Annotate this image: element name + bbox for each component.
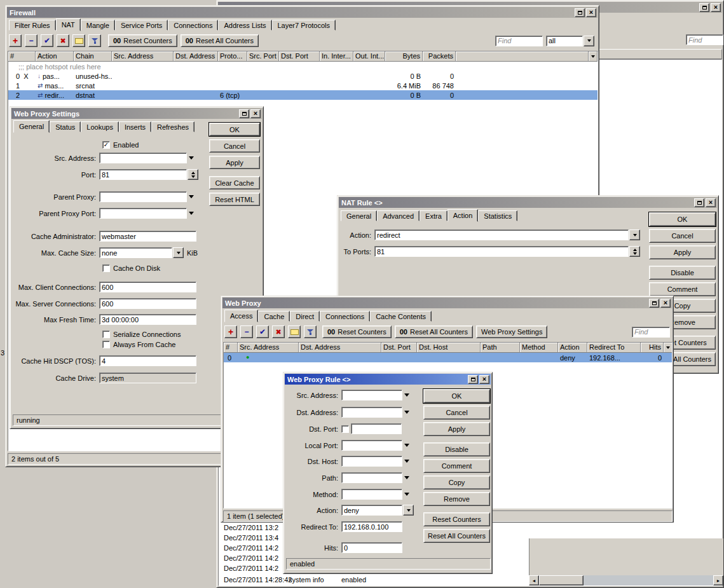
- nat-rule-row[interactable]: 1 ⇄mas... srcnat 6.4 MiB 86 748: [8, 81, 598, 90]
- dst-address-input[interactable]: [341, 407, 402, 418]
- enabled-checkbox[interactable]: ✓: [102, 141, 110, 149]
- dropdown-arrow-icon[interactable]: [189, 212, 194, 215]
- close-button[interactable]: ×: [250, 109, 261, 118]
- dst-port-checkbox[interactable]: [341, 425, 349, 433]
- src-address-input[interactable]: [99, 153, 187, 163]
- find-input[interactable]: [632, 327, 670, 338]
- web-proxy-titlebar[interactable]: Web Proxy ×: [222, 297, 672, 308]
- firewall-titlebar[interactable]: Firewall ×: [7, 7, 598, 18]
- web-proxy-settings-button[interactable]: Web Proxy Settings: [476, 325, 547, 338]
- close-button[interactable]: ×: [586, 8, 596, 17]
- find-input[interactable]: [495, 36, 543, 46]
- comment-button[interactable]: [72, 34, 85, 47]
- tab-service-ports[interactable]: Service Ports: [115, 20, 168, 31]
- dropdown-arrow-icon[interactable]: [404, 411, 409, 414]
- close-button[interactable]: ×: [660, 299, 671, 308]
- dst-host-input[interactable]: [341, 456, 402, 467]
- scrollbar-thumb[interactable]: [539, 575, 584, 585]
- max-client-connections-input[interactable]: 600: [99, 282, 196, 292]
- copy-button[interactable]: Copy: [423, 475, 490, 489]
- action-dropdown-button[interactable]: [403, 505, 414, 516]
- disable-button[interactable]: ✖: [57, 34, 69, 47]
- tab-connections[interactable]: Connections: [320, 311, 370, 322]
- restore-button[interactable]: [239, 109, 249, 118]
- tab-action[interactable]: Action: [447, 209, 479, 222]
- remove-button[interactable]: Remove: [423, 492, 490, 506]
- reset-html-button[interactable]: Reset HTML: [209, 193, 260, 206]
- cache-administrator-input[interactable]: webmaster: [99, 231, 196, 242]
- src-address-input[interactable]: [341, 390, 402, 400]
- dropdown-arrow-icon[interactable]: [189, 156, 194, 160]
- tab-filter-rules[interactable]: Filter Rules: [9, 20, 56, 31]
- tab-lookups[interactable]: Lookups: [81, 121, 119, 132]
- dropdown-arrow-icon[interactable]: [404, 460, 409, 463]
- redirect-to-input[interactable]: 192.168.0.100: [341, 521, 402, 532]
- close-button[interactable]: ×: [479, 375, 489, 384]
- dropdown-arrow-icon[interactable]: [404, 493, 409, 496]
- web-proxy-rule-titlebar[interactable]: Web Proxy Rule <> ×: [285, 374, 491, 385]
- ok-button[interactable]: OK: [649, 212, 716, 226]
- tab-status[interactable]: Status: [50, 121, 81, 132]
- remove-button[interactable]: −: [25, 34, 38, 47]
- action-select[interactable]: deny: [341, 505, 402, 516]
- nat-rule-titlebar[interactable]: NAT Rule <> ×: [339, 197, 717, 208]
- tab-connections[interactable]: Connections: [168, 20, 218, 31]
- tab-refreshes[interactable]: Refreshes: [151, 121, 195, 132]
- add-button[interactable]: +: [9, 34, 22, 47]
- dropdown-arrow-icon[interactable]: [404, 444, 409, 447]
- tab-nat[interactable]: NAT: [56, 18, 81, 31]
- column-chooser-button[interactable]: [664, 343, 673, 353]
- column-chooser-button[interactable]: [589, 51, 598, 62]
- cache-on-disk-checkbox[interactable]: [102, 264, 110, 272]
- cache-hit-dscp-input[interactable]: 4: [99, 355, 196, 366]
- apply-button[interactable]: Apply: [423, 422, 490, 436]
- action-select[interactable]: redirect: [374, 229, 629, 240]
- ok-button[interactable]: OK: [209, 123, 260, 136]
- action-dropdown-button[interactable]: [629, 229, 640, 240]
- comment-button[interactable]: Comment: [649, 282, 716, 296]
- enable-button[interactable]: ✔: [41, 34, 53, 47]
- comment-row[interactable]: ;;; place hotspot rules here: [8, 62, 598, 71]
- parent-proxy-port-input[interactable]: [99, 208, 187, 219]
- remove-button[interactable]: −: [240, 325, 253, 338]
- close-button[interactable]: ×: [706, 198, 716, 207]
- restore-button[interactable]: [699, 3, 709, 12]
- restore-button[interactable]: [649, 299, 659, 308]
- disable-button[interactable]: Disable: [649, 266, 716, 280]
- tab-access[interactable]: Access: [224, 310, 258, 322]
- tab-extra[interactable]: Extra: [420, 210, 447, 221]
- apply-button[interactable]: Apply: [649, 245, 716, 259]
- apply-button[interactable]: Apply: [209, 156, 260, 169]
- reset-all-counters-button[interactable]: 00 Reset All Counters: [181, 34, 259, 47]
- tab-general[interactable]: General: [13, 120, 50, 133]
- close-button[interactable]: ×: [711, 3, 721, 12]
- cancel-button[interactable]: Cancel: [423, 406, 490, 420]
- cancel-button[interactable]: Cancel: [649, 229, 716, 243]
- reset-counters-button[interactable]: 00 Reset Counters: [108, 34, 177, 47]
- filter-button[interactable]: [304, 325, 317, 338]
- tab-address-lists[interactable]: Address Lists: [218, 20, 271, 31]
- scroll-left-button[interactable]: ◄: [529, 575, 539, 585]
- dropdown-arrow-icon[interactable]: [189, 195, 194, 198]
- cancel-button[interactable]: Cancel: [209, 139, 260, 153]
- filter-button[interactable]: [88, 34, 101, 47]
- filter-select[interactable]: all: [546, 36, 583, 46]
- port-input[interactable]: 81: [99, 169, 187, 180]
- tab-mangle[interactable]: Mangle: [81, 20, 115, 31]
- max-cache-size-input[interactable]: none: [99, 247, 172, 258]
- max-fresh-time-input[interactable]: 3d 00:00:00: [99, 314, 196, 325]
- tab-general[interactable]: General: [341, 210, 377, 221]
- find-input[interactable]: [686, 34, 723, 45]
- to-ports-input[interactable]: 81: [374, 246, 629, 257]
- restore-button[interactable]: [575, 8, 585, 17]
- tab-layer7-protocols[interactable]: Layer7 Protocols: [272, 20, 336, 31]
- tab-cache[interactable]: Cache: [258, 311, 290, 322]
- reset-all-counters-button[interactable]: 00 Reset All Counters: [395, 325, 473, 338]
- comment-button[interactable]: Comment: [423, 459, 490, 473]
- nat-rule-row[interactable]: 0X ↓pas... unused-hs... 0 B 0: [8, 71, 598, 81]
- tab-advanced[interactable]: Advanced: [377, 210, 420, 221]
- add-button[interactable]: +: [224, 325, 237, 338]
- restore-button[interactable]: [694, 198, 704, 207]
- local-port-input[interactable]: [341, 440, 402, 451]
- method-input[interactable]: [341, 489, 402, 500]
